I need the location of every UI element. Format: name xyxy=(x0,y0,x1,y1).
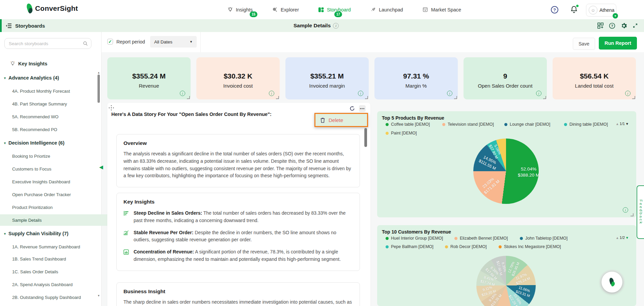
sidebar-item-key-insights[interactable]: Key Insights xyxy=(0,59,109,69)
kpi-card-invoiced-margin[interactable]: $355.21 M Invoiced margin i xyxy=(285,57,369,99)
report-period-checkbox[interactable]: ✓ xyxy=(107,39,113,44)
brand-logo[interactable]: ConverSight xyxy=(27,3,78,13)
storyboard-search[interactable] xyxy=(4,38,91,49)
sidebar-item[interactable]: Open Purchase Order Tracker xyxy=(0,189,111,200)
help-button[interactable]: ? xyxy=(551,6,559,14)
sidebar-group-advance-analytics[interactable]: ▾ Advance Analytics (4) xyxy=(0,73,103,83)
sidebar-item[interactable]: 2A. Spend Analysis Dashboard xyxy=(0,279,111,289)
legend-item[interactable]: Lounge chair [DEMO] xyxy=(504,122,550,127)
settings-gear-icon[interactable] xyxy=(621,23,627,29)
legend-item[interactable]: Stokes Inc Megastore [DEMO] xyxy=(499,244,561,249)
kpi-card-margin-pct[interactable]: 97.31 % Margin % i xyxy=(374,57,458,99)
sidebar-item[interactable]: 1B. Sales Trend Dashboard xyxy=(0,254,111,264)
add-widget-icon[interactable] xyxy=(597,23,604,29)
info-icon[interactable]: i xyxy=(625,91,631,96)
scrollbar-down-arrow[interactable]: ▼ xyxy=(97,294,100,297)
more-options-icon[interactable]: ••• xyxy=(359,105,366,112)
resize-handle[interactable] xyxy=(543,96,546,99)
info-icon[interactable]: i xyxy=(269,91,274,96)
legend-item[interactable]: Huel Interior Group [DEMO] xyxy=(386,236,443,241)
resize-handle[interactable] xyxy=(631,213,634,216)
legend-item[interactable]: Rob Decor [DEMO] xyxy=(445,244,487,249)
legend-item[interactable]: Pepe Ballham [DEMO] xyxy=(386,244,433,249)
resize-handle[interactable] xyxy=(632,96,635,99)
sidebar-item[interactable]: 2B. Outstanding Supply Dashboard xyxy=(0,292,111,302)
sidebar-item[interactable]: Booking to Priortize xyxy=(0,151,111,161)
customers-pie-chart[interactable]: 12.78%$26.95 M 11.97%$25.24 M 11.06%$23.… xyxy=(476,256,536,306)
save-button[interactable]: Save xyxy=(573,38,595,50)
sidebar-item[interactable]: 5B. Recommended PO xyxy=(0,124,111,134)
panel-scrollbar-thumb[interactable] xyxy=(364,128,367,147)
sidebar-group-supply-chain-visibility[interactable]: ▾ Supply Chain Visibility (7) xyxy=(0,228,103,239)
chevron-down-icon: ▾ xyxy=(4,141,6,145)
legend-label: Rob Decor [DEMO] xyxy=(450,244,487,249)
info-icon[interactable]: i xyxy=(447,91,452,96)
sidebar-group-decision-intelligence[interactable]: ▾ Decision Intelligence (6) xyxy=(0,138,103,148)
collapse-sidebar-icon[interactable] xyxy=(5,23,12,28)
sidebar-collapse-arrow[interactable]: ◀ xyxy=(99,164,103,170)
legend-item[interactable]: Paint [DEMO] xyxy=(386,131,417,135)
expand-icon[interactable] xyxy=(633,23,638,28)
tab-explorer[interactable]: Explorer xyxy=(272,0,299,19)
run-report-button[interactable]: Run Report xyxy=(599,37,637,50)
legend-pagination[interactable]: ▲1/1▼ xyxy=(616,122,629,126)
search-input[interactable] xyxy=(8,41,77,47)
legend-item[interactable]: Coffee table [DEMO] xyxy=(386,122,430,127)
top-customers-card[interactable]: Top 10 Customers By Revenue Huel Interio… xyxy=(377,225,636,306)
legend-item[interactable]: John Tabletop [DEMO] xyxy=(520,236,568,241)
drag-move-handle[interactable] xyxy=(109,105,114,111)
athena-chat-button[interactable] xyxy=(601,272,622,293)
info-icon[interactable]: i xyxy=(623,207,628,213)
tab-explorer-label: Explorer xyxy=(281,7,299,12)
tab-market-space[interactable]: Market Space xyxy=(422,0,461,19)
resize-handle[interactable] xyxy=(454,96,457,99)
sidebar-item-label: Executive Insights Dashboard xyxy=(12,179,70,184)
business-insight-section: Business Insight The sharp decline in sa… xyxy=(116,282,360,306)
sidebar-item[interactable]: Customers to Focus xyxy=(0,164,111,174)
legend-item[interactable]: Television stand [DEMO] xyxy=(442,122,494,127)
resize-handle[interactable] xyxy=(365,96,368,99)
page-down-icon[interactable]: ▼ xyxy=(625,122,629,126)
sidebar-item[interactable]: Product Prioritization xyxy=(0,202,111,212)
sidebar-item[interactable]: Executive Insights Dashboard xyxy=(0,177,111,187)
feedback-tab[interactable]: Feedback xyxy=(637,185,644,239)
delete-menu-item[interactable]: Delete xyxy=(314,113,368,127)
page-up-icon[interactable]: ▲ xyxy=(616,236,619,240)
user-menu[interactable]: ☺ Athena ▼ xyxy=(586,4,616,17)
legend-dot xyxy=(504,123,507,126)
legend-item[interactable]: Elizabeth Bennet [DEMO] xyxy=(454,236,508,241)
page-title-info-icon[interactable]: i xyxy=(333,23,339,29)
top-products-card[interactable]: Top 5 Products By Revenue Coffee table [… xyxy=(377,111,636,217)
sidebar-item[interactable]: 5A. Recommended WO xyxy=(0,112,111,122)
help-circle-icon[interactable]: ? xyxy=(609,23,615,29)
page-up-icon[interactable]: ▲ xyxy=(616,122,619,126)
sidebar-scrollbar-thumb[interactable] xyxy=(97,74,100,103)
notifications-button[interactable] xyxy=(570,5,578,13)
sidebar-item-sample-details-selected[interactable]: Sample Details xyxy=(0,214,111,226)
sub-header: Storyboards Sample Details i ? xyxy=(0,19,644,32)
resize-handle[interactable] xyxy=(276,96,279,99)
tab-storyboard[interactable]: Storyboard 17 xyxy=(318,0,351,19)
kpi-card-open-so-count[interactable]: 9 Open Sales Order count i xyxy=(464,57,547,99)
info-icon[interactable]: i xyxy=(536,91,541,96)
kpi-card-revenue[interactable]: $355.24 M Revenue i xyxy=(107,57,191,99)
kpi-card-invoiced-cost[interactable]: $30.32 K Invoiced cost i xyxy=(196,57,280,99)
sidebar-item[interactable]: 4B. Part Shortage Summary xyxy=(0,99,111,109)
tab-insights[interactable]: Insights 15 xyxy=(227,0,253,19)
refresh-icon[interactable] xyxy=(349,105,356,112)
products-pie-chart[interactable]: 52.04%$388.20 M 23.03%$171.81 M 14.95%$1… xyxy=(473,139,539,204)
info-icon[interactable]: i xyxy=(358,91,363,96)
legend-pagination[interactable]: ▲1/2▼ xyxy=(616,236,629,240)
info-icon[interactable]: i xyxy=(180,91,185,96)
sidebar-item[interactable]: 1C. Sales Order Details xyxy=(0,267,111,277)
resize-handle[interactable] xyxy=(187,96,190,99)
kpi-card-landed-total-cost[interactable]: $56.54 K Landed total cost i xyxy=(553,57,636,99)
sidebar-item[interactable]: 1A. Revenue Summary Dashboard xyxy=(0,242,111,252)
sidebar-item[interactable]: 4A. Product Monthly Forecast xyxy=(0,86,111,96)
scrollbar-up-arrow[interactable]: ▲ xyxy=(97,71,100,74)
launchpad-icon xyxy=(370,6,376,13)
page-down-icon[interactable]: ▼ xyxy=(625,236,629,240)
date-filter-dropdown[interactable]: All Dates ▼ xyxy=(150,36,197,48)
tab-launchpad[interactable]: Launchpad xyxy=(370,0,403,19)
legend-item[interactable]: Dining table [DEMO] xyxy=(564,122,608,127)
